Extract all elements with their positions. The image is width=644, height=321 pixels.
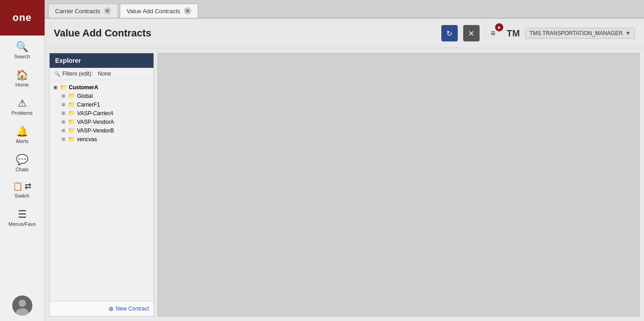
new-contract-button[interactable]: ⊕ New Contract [108,305,149,312]
menu-button-wrapper[interactable]: ≡ ★ [485,25,501,41]
folder-icon: 📁 [68,127,75,134]
switch-label: Switch [15,193,29,199]
tree-root-item[interactable]: ▣ 📁 CustomerA [51,83,152,92]
tree-expand-toggle[interactable]: ⊞ [61,119,68,124]
page-header: Value Add Contracts ↻ ✕ ≡ ★ TM TMS.TRANS… [45,19,644,48]
avatar-area[interactable] [7,290,38,321]
sidebar: one 🔍 Search 🏠 Home ⚠ Problems 🔔 Alerts … [0,0,45,321]
home-icon: 🏠 [16,70,28,80]
logo-text: one [12,12,31,24]
notification-star-badge: ★ [495,23,503,31]
sidebar-item-switch[interactable]: 📋 ⇄ Switch [0,177,44,203]
folder-icon: 📁 [68,101,75,108]
content-area: Value Add Contracts ↻ ✕ ≡ ★ TM TMS.TRANS… [45,18,644,321]
tree-item-label: VASP-VendorB [77,127,114,134]
explorer-tree: ▣ 📁 CustomerA ⊞ 📁 Global ⊞ 📁 [50,80,153,301]
tab-bar: Carrier Contracts ✕ Value Add Contracts … [45,0,644,18]
tree-item-label: vencvas [77,136,97,143]
tree-item-vasp-vendorb[interactable]: ⊞ 📁 VASP-VendorB [60,126,152,135]
explorer-panel: Explorer 🔍 Filters (edit): None ▣ 📁 Cust… [49,53,154,316]
filters-edit-link[interactable] [95,71,96,77]
tree-item-vasp-carriera[interactable]: ⊞ 📁 VASP-CarrierA [60,109,152,117]
tree-item-label: Global [77,93,93,99]
folder-icon: 📁 [68,92,75,99]
explorer-filters: 🔍 Filters (edit): None [50,68,153,80]
tree-item-global[interactable]: ⊞ 📁 Global [60,92,152,100]
search-icon: 🔍 [16,42,28,52]
avatar-image [12,296,32,316]
sidebar-item-problems[interactable]: ⚠ Problems [0,92,44,120]
tree-expand-toggle[interactable]: ⊞ [61,128,68,133]
bell-icon: 🔔 [16,127,28,137]
tree-item-label: CarrierF1 [77,102,100,108]
tree-item-vencvas[interactable]: ⊞ 📁 vencvas [60,135,152,143]
sidebar-item-home[interactable]: 🏠 Home [0,64,44,92]
plus-icon: ⊕ [108,305,114,312]
filters-value: None [98,71,111,77]
svg-point-1 [19,300,26,307]
tree-root-label: CustomerA [69,84,98,91]
tree-collapse-toggle[interactable]: ▣ [53,85,60,90]
tab-value-add-contracts[interactable]: Value Add Contracts ✕ [120,4,198,18]
tree-item-carrierf1[interactable]: ⊞ 📁 CarrierF1 [60,100,152,109]
folder-icon: 📁 [68,136,75,143]
sidebar-item-search[interactable]: 🔍 Search [0,36,44,64]
sidebar-item-chats[interactable]: 💬 Chats [0,148,44,177]
tab-close-value-add[interactable]: ✕ [184,7,191,15]
tab-label: Carrier Contracts [55,8,100,15]
menu-icon: ☰ [18,209,27,219]
sidebar-item-label: Home [15,82,29,87]
warning-icon: ⚠ [18,98,27,108]
chat-icon: 💬 [16,155,28,165]
dropdown-arrow-icon: ▼ [625,30,631,36]
tree-item-label: VASP-CarrierA [77,110,113,117]
tab-close-carrier[interactable]: ✕ [104,7,111,15]
explorer-container: Explorer 🔍 Filters (edit): None ▣ 📁 Cust… [45,48,644,321]
refresh-icon: ↻ [446,29,452,38]
tree-children: ⊞ 📁 Global ⊞ 📁 CarrierF1 ⊞ 📁 VASP [51,92,152,143]
tree-item-vasp-vendora[interactable]: ⊞ 📁 VASP-VendorA [60,117,152,126]
switch-icons: 📋 ⇄ [13,181,31,191]
new-contract-label: New Contract [116,306,149,312]
filters-label: Filters (edit): [62,71,93,77]
right-content-area [158,53,639,316]
tree-expand-toggle[interactable]: ⊞ [61,111,68,116]
close-button[interactable]: ✕ [463,25,480,41]
tab-label: Value Add Contracts [127,8,180,15]
explorer-header: Explorer [50,53,153,68]
switch-arrow-icon: ⇄ [25,181,31,191]
sidebar-item-label: Chats [15,167,29,172]
user-initials: TM [507,28,520,39]
tree-expand-toggle[interactable]: ⊞ [61,137,68,142]
folder-icon: 📁 [60,84,67,91]
logo[interactable]: one [0,0,45,36]
refresh-button[interactable]: ↻ [441,25,458,41]
filter-icon: 🔍 [54,71,61,77]
page-title: Value Add Contracts [54,27,436,39]
tree-expand-toggle[interactable]: ⊞ [61,102,68,107]
sidebar-item-menus[interactable]: ☰ Menus/Favs [0,203,44,231]
close-icon: ✕ [468,29,474,38]
folder-icon: 📁 [68,110,75,117]
tab-carrier-contracts[interactable]: Carrier Contracts ✕ [48,4,118,18]
sidebar-item-label: Alerts [15,138,28,144]
sidebar-item-alerts[interactable]: 🔔 Alerts [0,120,44,148]
explorer-title: Explorer [55,57,81,64]
sidebar-item-label: Problems [11,110,32,116]
hamburger-icon: ≡ [491,29,496,38]
folder-icon: 📁 [68,118,75,125]
tree-expand-toggle[interactable]: ⊞ [61,93,68,98]
main-content: Carrier Contracts ✕ Value Add Contracts … [45,0,644,321]
explorer-footer: ⊕ New Contract [50,301,153,316]
switch-icon-left: 📋 [13,181,23,191]
sidebar-item-label: Search [14,54,30,59]
user-role-dropdown[interactable]: TMS.TRANSPORTATION_MANAGER ▼ [525,28,635,39]
sidebar-item-label: Menus/Favs [9,221,36,227]
tree-item-label: VASP-VendorA [77,119,114,125]
avatar[interactable] [12,296,32,316]
user-role-label: TMS.TRANSPORTATION_MANAGER [529,30,623,36]
